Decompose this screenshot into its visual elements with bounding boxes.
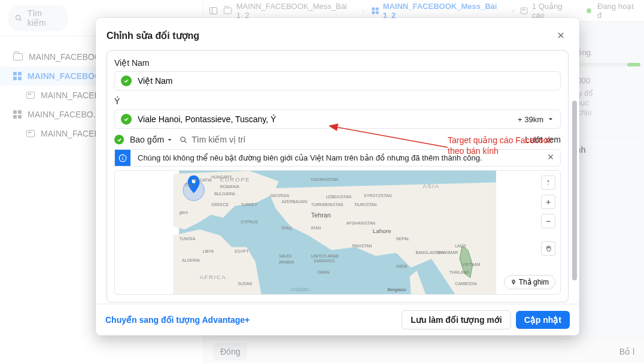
map-reset-button[interactable] (541, 176, 555, 190)
svg-text:THAILAND: THAILAND (449, 270, 469, 274)
svg-text:OMAN: OMAN (317, 270, 330, 274)
update-button[interactable]: Cập nhật (516, 311, 570, 329)
svg-text:Arabian: Arabian (290, 286, 309, 292)
compass-icon (545, 179, 552, 186)
svg-text:EMIRATES: EMIRATES (314, 259, 335, 263)
svg-text:ASIA: ASIA (423, 183, 439, 189)
svg-text:AZERBAIJAN: AZERBAIJAN (282, 199, 307, 204)
svg-text:ALGERIA: ALGERIA (182, 258, 200, 262)
map-zoom-out-button[interactable]: − (541, 214, 555, 228)
svg-rect-8 (122, 156, 123, 156)
hand-icon (545, 245, 552, 252)
svg-text:UNITED ARAB: UNITED ARAB (311, 254, 339, 258)
svg-text:TAJIKISTAN: TAJIKISTAN (354, 202, 376, 207)
location-search-input[interactable]: Tìm kiếm vị trí (179, 135, 245, 144)
svg-rect-7 (122, 157, 123, 159)
svg-text:ITALY: ITALY (185, 183, 196, 187)
scrollbar-thumb[interactable] (572, 101, 577, 280)
svg-text:ARABIA: ARABIA (279, 260, 294, 264)
svg-text:ROMANIA: ROMANIA (220, 184, 239, 189)
svg-text:PAKISTAN: PAKISTAN (353, 244, 372, 248)
svg-text:KAZAKHSTAN: KAZAKHSTAN (311, 177, 338, 182)
map-zoom-in-button[interactable]: + (541, 195, 555, 209)
save-as-new-button[interactable]: Lưu làm đối tượng mới (402, 310, 511, 329)
svg-text:VIETNAM: VIETNAM (462, 262, 481, 267)
svg-text:SUDAN: SUDAN (238, 282, 252, 286)
close-icon (557, 31, 565, 40)
svg-text:INDIA: INDIA (396, 264, 408, 268)
annotation-text: Target quảng cáo Facebook theo bán kính (448, 135, 552, 156)
svg-text:CAMBODIA: CAMBODIA (455, 282, 477, 286)
check-icon (121, 75, 132, 86)
chevron-down-icon (547, 116, 554, 123)
svg-text:MYANMAR: MYANMAR (438, 250, 458, 255)
svg-text:LAOS: LAOS (455, 244, 466, 248)
svg-text:TURKEY: TURKEY (241, 202, 257, 207)
map-navigate-button[interactable] (541, 241, 555, 256)
svg-text:giers: giers (179, 210, 188, 215)
svg-text:GREECE: GREECE (211, 202, 229, 207)
advantage-plus-link[interactable]: Chuyển sang đối tượng Advantage+ (105, 315, 250, 325)
map[interactable]: EUROPE ASIA AFRICA Tehran Lahore ITALY C… (114, 170, 561, 295)
check-icon (121, 114, 132, 125)
svg-text:KYRGYZSTAN: KYRGYZSTAN (364, 193, 391, 198)
svg-text:UZBEKISTAN: UZBEKISTAN (326, 195, 351, 199)
svg-text:EGYPT: EGYPT (235, 249, 249, 253)
modal-close-button[interactable] (553, 28, 569, 43)
location-group-vn: Việt Nam (114, 58, 561, 68)
pin-icon (511, 279, 517, 286)
svg-line-5 (185, 141, 187, 143)
modal-title: Chỉnh sửa đối tượng (107, 30, 199, 41)
location-group-it: Ý (114, 96, 561, 106)
svg-text:HUNGARY: HUNGARY (211, 175, 232, 179)
include-dropdown[interactable]: Bao gồm (130, 135, 173, 144)
svg-text:AFRICA: AFRICA (199, 274, 226, 280)
location-block: Việt Nam Việt Nam Ý Viale Hanoi, Pontass… (107, 50, 569, 302)
svg-text:GEORGIA: GEORGIA (270, 193, 289, 198)
svg-text:CYPRUS: CYPRUS (241, 220, 258, 224)
search-icon (179, 135, 188, 144)
svg-text:AFGHANISTAN: AFGHANISTAN (347, 221, 375, 225)
svg-text:CROATIA: CROATIA (194, 178, 212, 182)
svg-text:BULGARIA: BULGARIA (214, 192, 235, 196)
info-icon (119, 154, 127, 162)
drop-pin-button[interactable]: Thả ghim (504, 275, 555, 289)
check-icon (114, 135, 124, 144)
location-pill-it[interactable]: Viale Hanoi, Pontassieve, Tuscany, Ý + 3… (114, 110, 561, 129)
location-pill-vn[interactable]: Việt Nam (114, 71, 561, 90)
svg-text:LIBYA: LIBYA (202, 249, 214, 253)
svg-text:Tehran: Tehran (311, 211, 331, 219)
svg-text:TURKMENISTAN: TURKMENISTAN (311, 202, 344, 207)
svg-text:Bengaluru: Bengaluru (387, 288, 406, 292)
svg-text:NEPAL: NEPAL (396, 237, 409, 241)
svg-text:IRAQ: IRAQ (282, 226, 292, 231)
edit-audience-modal: Chỉnh sửa đối tượng Việt Nam Việt Nam Ý … (96, 18, 579, 335)
chevron-down-icon (166, 137, 173, 143)
map-canvas: EUROPE ASIA AFRICA Tehran Lahore ITALY C… (115, 171, 560, 294)
svg-text:SAUDI: SAUDI (279, 254, 291, 258)
svg-point-4 (181, 137, 186, 141)
svg-text:Lahore: Lahore (373, 228, 391, 234)
radius-selector[interactable]: + 39km (518, 115, 554, 124)
svg-text:IRAN: IRAN (311, 226, 321, 230)
svg-point-59 (513, 281, 514, 282)
svg-text:TUNISIA: TUNISIA (179, 237, 195, 241)
